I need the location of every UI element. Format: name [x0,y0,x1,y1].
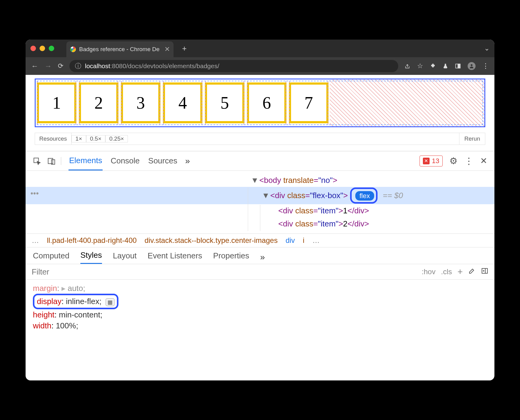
browser-menu-icon[interactable]: ⋮ [482,62,489,70]
breadcrumb: … ll.pad-left-400.pad-right-400 div.stac… [26,233,494,247]
url-path: :8080/docs/devtools/elements/badges/ [110,62,219,69]
dom-tree: ▼<body translate="no"> ••• ▼<div class="… [26,171,494,233]
subtab-computed[interactable]: Computed [33,251,69,264]
more-subtabs-icon[interactable]: » [260,252,265,262]
scope-indicator: == $0 [383,191,403,200]
back-button[interactable]: ← [31,62,38,70]
zoom-025x-button[interactable]: 0.25× [105,135,128,142]
breadcrumb-ellipsis[interactable]: … [312,236,320,245]
url-host: localhost [85,62,110,69]
reload-button[interactable]: ⟳ [58,62,63,70]
expand-triangle-icon[interactable]: ▼ [262,191,270,200]
browser-tab[interactable]: Badges reference - Chrome De ✕ [66,41,174,57]
subtab-layout[interactable]: Layout [113,251,137,264]
flex-item: 5 [205,82,244,123]
breadcrumb-item[interactable]: ll.pad-left-400.pad-right-400 [47,236,137,245]
demo-toolbar: Resources 1× 0.5× 0.25× Rerun [35,133,485,145]
error-count-badge[interactable]: ✕ 13 [420,156,443,166]
dom-node-body[interactable]: ▼<body translate="no"> [26,174,494,187]
flex-demo: 1 2 3 4 5 6 7 [36,79,484,126]
new-tab-button[interactable]: + [182,44,187,53]
styles-toolbar: :hov .cls + [26,264,494,280]
browser-toolbar: ← → ⟳ ⓘ localhost:8080/docs/devtools/ele… [26,57,494,75]
share-icon[interactable] [404,63,410,69]
flex-badge-highlight: flex [350,187,378,204]
styles-filter-input[interactable] [32,267,416,277]
bookmark-star-icon[interactable]: ☆ [417,62,423,70]
flex-item: 7 [289,82,329,123]
devtools-menu-icon[interactable]: ⋮ [464,156,473,166]
breadcrumb-item-active[interactable]: div [286,236,295,245]
breadcrumb-item[interactable]: div.stack.stack--block.type.center-image… [145,236,278,245]
dom-node-item-2[interactable]: <div class="item">2</div> [26,217,494,230]
tabs-overflow-icon[interactable]: ⌄ [484,44,490,52]
subtab-event-listeners[interactable]: Event Listeners [148,251,202,264]
panel-tab-sources[interactable]: Sources [148,152,178,170]
more-tabs-icon[interactable]: » [185,156,190,166]
hov-toggle[interactable]: :hov [422,268,435,276]
rerun-button[interactable]: Rerun [459,133,485,145]
error-icon: ✕ [423,158,430,164]
css-declaration[interactable]: margin: ▸ auto; [33,283,487,294]
flex-item: 4 [163,82,202,123]
window-controls [30,46,54,51]
forward-button[interactable]: → [44,62,52,70]
chrome-favicon-icon [70,46,76,52]
flexbox-editor-icon[interactable]: ▦ [106,298,114,306]
page-content: 1 2 3 4 5 6 7 Resources 1× 0.5× 0.25× Re… [26,75,494,145]
flex-free-space [330,79,484,126]
tab-title: Badges reference - Chrome De [79,46,160,53]
device-toggle-icon[interactable] [47,157,55,165]
zoom-05x-button[interactable]: 0.5× [86,135,106,142]
panel-toggle-icon[interactable] [481,267,488,276]
svg-point-5 [471,64,473,66]
maximize-window-button[interactable] [49,46,54,51]
zoom-1x-button[interactable]: 1× [72,135,86,142]
flex-item: 6 [247,82,286,123]
extensions-icon[interactable] [430,63,436,69]
browser-window: Badges reference - Chrome De ✕ + ⌄ ← → ⟳… [26,40,494,380]
css-declaration-display[interactable]: display: inline-flex; ▦ [33,294,487,309]
svg-rect-4 [458,64,460,68]
breadcrumb-item[interactable]: i [303,236,304,245]
resources-button[interactable]: Resources [35,133,72,145]
subtab-properties[interactable]: Properties [213,251,249,264]
profile-avatar-icon[interactable] [468,62,476,70]
close-devtools-icon[interactable]: ✕ [480,156,487,166]
dom-node-item-1[interactable]: <div class="item">1</div> [26,204,494,217]
css-declaration[interactable]: height: min-content; [33,309,487,320]
breadcrumb-ellipsis[interactable]: … [32,236,39,245]
flex-item: 3 [121,82,160,123]
titlebar: Badges reference - Chrome De ✕ + ⌄ [26,40,494,57]
display-rule-highlight: display: inline-flex; ▦ [33,294,118,309]
svg-rect-7 [48,158,53,163]
style-rules: margin: ▸ auto; display: inline-flex; ▦ … [26,280,494,334]
settings-gear-icon[interactable]: ⚙ [449,156,458,166]
panel-icon[interactable] [455,63,461,69]
subtab-styles[interactable]: Styles [80,250,102,264]
selected-row-dots-icon: ••• [30,187,39,199]
devtools-panel: Elements Console Sources » ✕ 13 ⚙ ⋮ ✕ ▼<… [26,151,494,380]
flex-item: 1 [37,82,76,123]
site-info-icon[interactable]: ⓘ [75,62,81,70]
cls-toggle[interactable]: .cls [441,268,452,276]
paintbrush-icon[interactable] [468,267,476,276]
dom-node-flex-box[interactable]: ••• ▼<div class="flex-box"> flex == $0 [26,187,494,204]
close-window-button[interactable] [30,46,36,51]
panel-tab-console[interactable]: Console [110,152,140,170]
expand-triangle-icon[interactable]: ▼ [251,176,259,185]
error-count: 13 [432,157,439,165]
new-style-rule-icon[interactable]: + [457,267,463,277]
labs-icon[interactable] [443,63,448,69]
close-tab-icon[interactable]: ✕ [164,45,170,53]
address-bar[interactable]: ⓘ localhost:8080/docs/devtools/elements/… [69,60,398,72]
css-declaration[interactable]: width: 100%; [33,320,487,331]
toolbar-actions: ☆ ⋮ [404,62,489,70]
inspect-element-icon[interactable] [33,157,41,165]
minimize-window-button[interactable] [40,46,45,51]
flex-badge[interactable]: flex [355,191,374,201]
expand-triangle-icon[interactable]: ▸ [61,284,65,293]
flex-demo-container: 1 2 3 4 5 6 7 [35,79,485,127]
panel-tab-elements[interactable]: Elements [69,152,103,170]
flex-item: 2 [79,82,118,123]
